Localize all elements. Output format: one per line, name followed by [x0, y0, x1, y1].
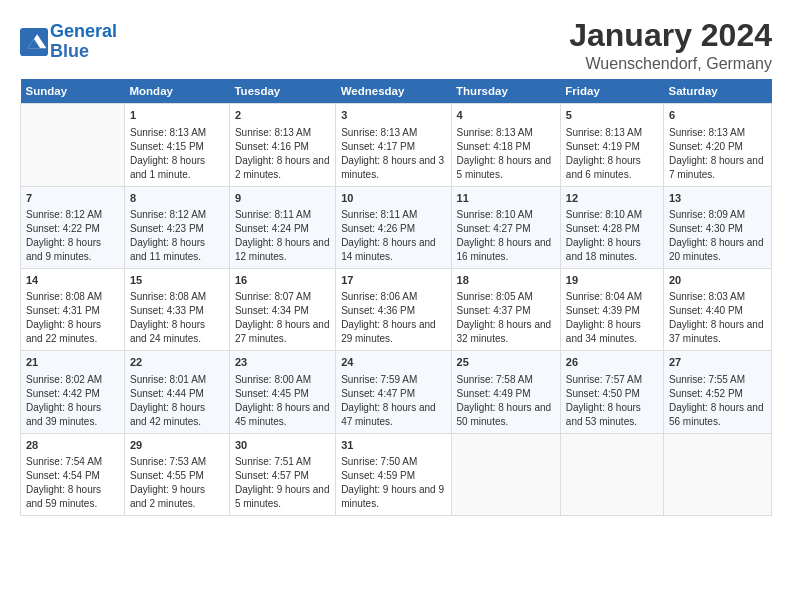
daylight-text: Daylight: 8 hours and 34 minutes. — [566, 319, 641, 344]
calendar-day-header: Thursday — [451, 79, 560, 104]
calendar-day-cell: 2Sunrise: 8:13 AMSunset: 4:16 PMDaylight… — [229, 104, 335, 186]
sunset-text: Sunset: 4:16 PM — [235, 141, 309, 152]
day-number: 5 — [566, 108, 658, 123]
day-number: 10 — [341, 191, 445, 206]
day-number: 8 — [130, 191, 224, 206]
daylight-text: Daylight: 8 hours and 14 minutes. — [341, 237, 436, 262]
calendar-day-cell: 4Sunrise: 8:13 AMSunset: 4:18 PMDaylight… — [451, 104, 560, 186]
daylight-text: Daylight: 9 hours and 5 minutes. — [235, 484, 330, 509]
day-number: 17 — [341, 273, 445, 288]
sunset-text: Sunset: 4:23 PM — [130, 223, 204, 234]
sunset-text: Sunset: 4:31 PM — [26, 305, 100, 316]
sunset-text: Sunset: 4:27 PM — [457, 223, 531, 234]
daylight-text: Daylight: 8 hours and 39 minutes. — [26, 402, 101, 427]
sunset-text: Sunset: 4:45 PM — [235, 388, 309, 399]
daylight-text: Daylight: 8 hours and 56 minutes. — [669, 402, 764, 427]
daylight-text: Daylight: 8 hours and 24 minutes. — [130, 319, 205, 344]
day-number: 3 — [341, 108, 445, 123]
logo: General Blue — [20, 22, 117, 62]
daylight-text: Daylight: 8 hours and 45 minutes. — [235, 402, 330, 427]
day-number: 23 — [235, 355, 330, 370]
daylight-text: Daylight: 8 hours and 59 minutes. — [26, 484, 101, 509]
day-number: 14 — [26, 273, 119, 288]
calendar-day-cell: 29Sunrise: 7:53 AMSunset: 4:55 PMDayligh… — [124, 433, 229, 515]
daylight-text: Daylight: 8 hours and 22 minutes. — [26, 319, 101, 344]
calendar-day-cell — [663, 433, 771, 515]
sunrise-text: Sunrise: 8:09 AM — [669, 209, 745, 220]
logo-icon — [20, 28, 48, 56]
daylight-text: Daylight: 8 hours and 37 minutes. — [669, 319, 764, 344]
sunset-text: Sunset: 4:49 PM — [457, 388, 531, 399]
sunset-text: Sunset: 4:40 PM — [669, 305, 743, 316]
day-number: 28 — [26, 438, 119, 453]
daylight-text: Daylight: 8 hours and 2 minutes. — [235, 155, 330, 180]
calendar-day-cell — [451, 433, 560, 515]
calendar-day-cell: 28Sunrise: 7:54 AMSunset: 4:54 PMDayligh… — [21, 433, 125, 515]
calendar-week-row: 21Sunrise: 8:02 AMSunset: 4:42 PMDayligh… — [21, 351, 772, 433]
sunrise-text: Sunrise: 8:10 AM — [457, 209, 533, 220]
calendar-week-row: 14Sunrise: 8:08 AMSunset: 4:31 PMDayligh… — [21, 268, 772, 350]
calendar-day-cell: 24Sunrise: 7:59 AMSunset: 4:47 PMDayligh… — [336, 351, 451, 433]
daylight-text: Daylight: 8 hours and 53 minutes. — [566, 402, 641, 427]
day-number: 18 — [457, 273, 555, 288]
calendar-day-cell: 9Sunrise: 8:11 AMSunset: 4:24 PMDaylight… — [229, 186, 335, 268]
sunrise-text: Sunrise: 8:13 AM — [130, 127, 206, 138]
calendar-day-cell: 18Sunrise: 8:05 AMSunset: 4:37 PMDayligh… — [451, 268, 560, 350]
sunset-text: Sunset: 4:17 PM — [341, 141, 415, 152]
calendar-day-header: Friday — [560, 79, 663, 104]
calendar-day-cell: 19Sunrise: 8:04 AMSunset: 4:39 PMDayligh… — [560, 268, 663, 350]
calendar-day-cell: 23Sunrise: 8:00 AMSunset: 4:45 PMDayligh… — [229, 351, 335, 433]
calendar-day-cell: 26Sunrise: 7:57 AMSunset: 4:50 PMDayligh… — [560, 351, 663, 433]
day-number: 2 — [235, 108, 330, 123]
calendar-header-row: SundayMondayTuesdayWednesdayThursdayFrid… — [21, 79, 772, 104]
day-number: 16 — [235, 273, 330, 288]
sunrise-text: Sunrise: 7:50 AM — [341, 456, 417, 467]
sunset-text: Sunset: 4:30 PM — [669, 223, 743, 234]
sunset-text: Sunset: 4:37 PM — [457, 305, 531, 316]
calendar-table: SundayMondayTuesdayWednesdayThursdayFrid… — [20, 79, 772, 516]
sunrise-text: Sunrise: 8:10 AM — [566, 209, 642, 220]
daylight-text: Daylight: 8 hours and 11 minutes. — [130, 237, 205, 262]
day-number: 19 — [566, 273, 658, 288]
sunrise-text: Sunrise: 8:12 AM — [26, 209, 102, 220]
daylight-text: Daylight: 8 hours and 42 minutes. — [130, 402, 205, 427]
day-number: 9 — [235, 191, 330, 206]
day-number: 30 — [235, 438, 330, 453]
daylight-text: Daylight: 8 hours and 47 minutes. — [341, 402, 436, 427]
sunrise-text: Sunrise: 8:12 AM — [130, 209, 206, 220]
calendar-day-cell: 8Sunrise: 8:12 AMSunset: 4:23 PMDaylight… — [124, 186, 229, 268]
sunrise-text: Sunrise: 8:03 AM — [669, 291, 745, 302]
day-number: 15 — [130, 273, 224, 288]
calendar-day-cell: 13Sunrise: 8:09 AMSunset: 4:30 PMDayligh… — [663, 186, 771, 268]
daylight-text: Daylight: 8 hours and 32 minutes. — [457, 319, 552, 344]
sunrise-text: Sunrise: 8:13 AM — [669, 127, 745, 138]
sunset-text: Sunset: 4:44 PM — [130, 388, 204, 399]
day-number: 31 — [341, 438, 445, 453]
sunset-text: Sunset: 4:26 PM — [341, 223, 415, 234]
sunrise-text: Sunrise: 8:00 AM — [235, 374, 311, 385]
daylight-text: Daylight: 8 hours and 1 minute. — [130, 155, 205, 180]
calendar-day-header: Saturday — [663, 79, 771, 104]
calendar-day-cell: 15Sunrise: 8:08 AMSunset: 4:33 PMDayligh… — [124, 268, 229, 350]
daylight-text: Daylight: 8 hours and 16 minutes. — [457, 237, 552, 262]
daylight-text: Daylight: 8 hours and 6 minutes. — [566, 155, 641, 180]
day-number: 29 — [130, 438, 224, 453]
day-number: 12 — [566, 191, 658, 206]
calendar-day-cell: 21Sunrise: 8:02 AMSunset: 4:42 PMDayligh… — [21, 351, 125, 433]
sunrise-text: Sunrise: 7:51 AM — [235, 456, 311, 467]
day-number: 25 — [457, 355, 555, 370]
sunset-text: Sunset: 4:59 PM — [341, 470, 415, 481]
sunrise-text: Sunrise: 8:01 AM — [130, 374, 206, 385]
day-number: 13 — [669, 191, 766, 206]
sunset-text: Sunset: 4:20 PM — [669, 141, 743, 152]
calendar-day-cell: 11Sunrise: 8:10 AMSunset: 4:27 PMDayligh… — [451, 186, 560, 268]
calendar-day-cell: 17Sunrise: 8:06 AMSunset: 4:36 PMDayligh… — [336, 268, 451, 350]
day-number: 1 — [130, 108, 224, 123]
calendar-day-cell: 10Sunrise: 8:11 AMSunset: 4:26 PMDayligh… — [336, 186, 451, 268]
sunrise-text: Sunrise: 8:13 AM — [235, 127, 311, 138]
daylight-text: Daylight: 8 hours and 7 minutes. — [669, 155, 764, 180]
page: General Blue January 2024 Wuenschendorf,… — [0, 0, 792, 526]
subtitle: Wuenschendorf, Germany — [569, 55, 772, 73]
day-number: 11 — [457, 191, 555, 206]
daylight-text: Daylight: 8 hours and 18 minutes. — [566, 237, 641, 262]
